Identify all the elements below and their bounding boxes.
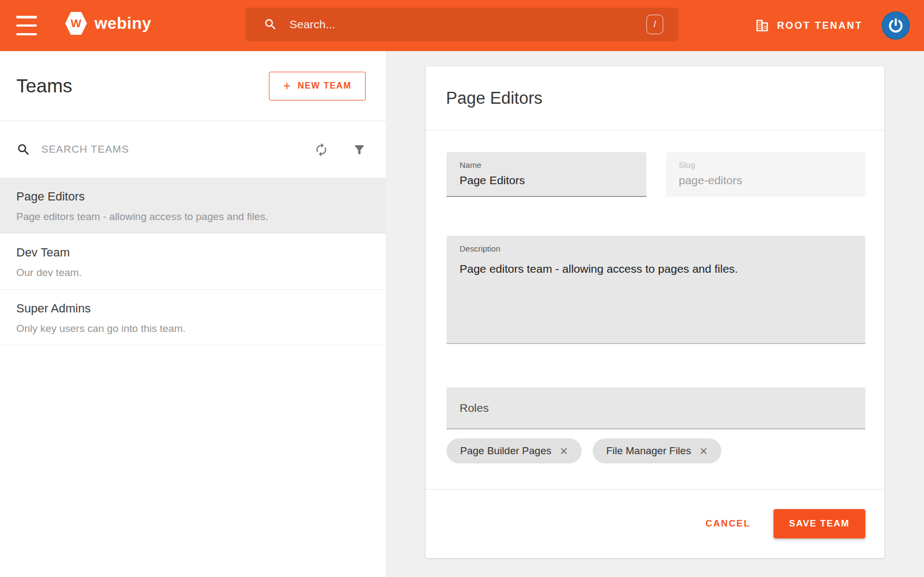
slug-field: Slug page-editors — [666, 152, 866, 197]
global-search-input[interactable] — [290, 18, 646, 31]
webiny-logo[interactable]: W webiny — [65, 12, 152, 35]
page-title: Teams — [16, 75, 72, 97]
refresh-button[interactable] — [314, 142, 329, 157]
teams-panel-header: Teams + NEW TEAM — [0, 51, 386, 121]
menu-icon[interactable] — [16, 16, 37, 35]
topbar-right: ROOT TENANT — [755, 0, 910, 51]
roles-field-label: Roles — [460, 402, 489, 415]
team-name: Page Editors — [16, 190, 369, 204]
team-name: Super Admins — [16, 302, 369, 316]
team-editor-card: Page Editors Name Page Editors Slug page… — [426, 66, 884, 558]
team-list-item[interactable]: Super Admins Only key users can go into … — [0, 290, 386, 346]
cancel-button[interactable]: CANCEL — [706, 518, 751, 529]
team-list: Page Editors Page editors team - allowin… — [0, 178, 386, 346]
teams-search-input[interactable] — [41, 143, 314, 155]
editor-title: Page Editors — [446, 89, 543, 108]
team-description: Only key users can go into this team. — [16, 323, 369, 335]
name-field-label: Name — [460, 160, 633, 170]
slug-field-value: page-editors — [679, 174, 853, 187]
remove-chip-icon[interactable]: ✕ — [699, 445, 708, 457]
tenant-selector[interactable]: ROOT TENANT — [755, 18, 863, 33]
building-icon — [755, 18, 770, 33]
teams-search-row — [0, 121, 386, 178]
user-avatar[interactable] — [882, 11, 910, 40]
team-list-item[interactable]: Dev Team Our dev team. — [0, 234, 386, 290]
power-icon — [887, 17, 904, 34]
refresh-icon — [314, 142, 329, 157]
new-team-button[interactable]: + NEW TEAM — [269, 72, 366, 101]
team-description: Our dev team. — [16, 267, 369, 279]
roles-field[interactable]: Roles — [447, 387, 865, 429]
role-chip[interactable]: Page Builder Pages ✕ — [447, 438, 582, 463]
role-chip[interactable]: File Manager Files ✕ — [593, 438, 721, 463]
editor-footer: CANCEL SAVE TEAM — [426, 489, 884, 558]
editor-header: Page Editors — [426, 66, 884, 130]
teams-panel: Teams + NEW TEAM Page Editors Page edito… — [0, 51, 386, 577]
search-icon — [16, 142, 31, 157]
webiny-hexagon-icon: W — [65, 12, 87, 35]
search-icon — [263, 17, 278, 32]
new-team-button-label: NEW TEAM — [298, 81, 351, 91]
name-field-value: Page Editors — [460, 174, 633, 187]
save-team-button[interactable]: SAVE TEAM — [774, 509, 865, 538]
editor-body: Name Page Editors Slug page-editors Desc… — [426, 152, 884, 463]
slash-shortcut-key: / — [646, 15, 663, 34]
description-field[interactable]: Description Page editors team - allowing… — [447, 236, 865, 344]
team-list-item[interactable]: Page Editors Page editors team - allowin… — [0, 178, 386, 234]
team-name: Dev Team — [16, 246, 369, 260]
slug-field-label: Slug — [679, 160, 853, 170]
description-field-label: Description — [460, 244, 852, 253]
roles-chips: Page Builder Pages ✕ File Manager Files … — [447, 438, 865, 463]
team-description: Page editors team - allowing access to p… — [16, 211, 369, 223]
name-field[interactable]: Name Page Editors — [447, 152, 646, 197]
topbar: W webiny / ROOT TENANT — [0, 0, 924, 51]
tenant-label: ROOT TENANT — [777, 20, 863, 32]
filter-icon — [353, 143, 366, 156]
global-search[interactable]: / — [246, 8, 678, 41]
plus-icon: + — [283, 79, 290, 93]
app-root: W webiny / ROOT TENANT Teams + NEW TEAM — [0, 0, 924, 577]
main-area: Page Editors Name Page Editors Slug page… — [386, 51, 924, 577]
brand-wordmark: webiny — [95, 14, 152, 33]
role-chip-label: File Manager Files — [606, 445, 691, 457]
role-chip-label: Page Builder Pages — [460, 445, 551, 457]
remove-chip-icon[interactable]: ✕ — [560, 445, 568, 457]
description-field-value: Page editors team - allowing access to p… — [460, 262, 852, 275]
filter-button[interactable] — [353, 143, 366, 156]
